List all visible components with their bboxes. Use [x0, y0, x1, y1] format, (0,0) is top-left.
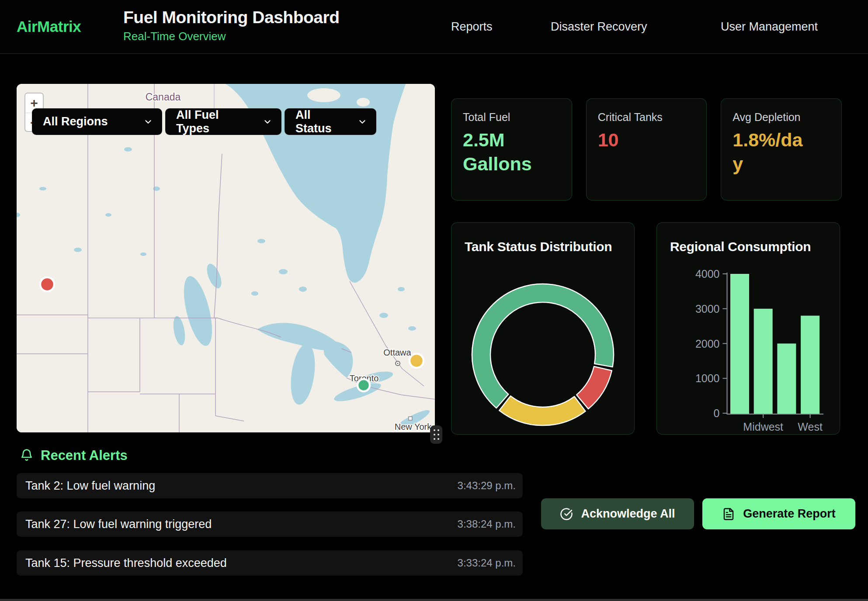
- stat-value: 2.5M Gallons: [463, 128, 539, 176]
- alert-message: Tank 15: Pressure threshold exceeded: [25, 556, 227, 570]
- bell-icon: [20, 448, 34, 463]
- stat-card-total-fuel: Total Fuel 2.5M Gallons: [451, 98, 572, 200]
- svg-text:2000: 2000: [695, 338, 720, 350]
- acknowledge-all-button[interactable]: Acknowledge All: [541, 498, 694, 529]
- chevron-down-icon: [263, 117, 272, 127]
- tank-status-donut-chart: [451, 223, 635, 435]
- svg-text:1000: 1000: [695, 372, 720, 384]
- tank-marker-normal[interactable]: [358, 379, 370, 391]
- alert-timestamp: 3:33:24 p.m.: [458, 557, 516, 569]
- stat-label: Avg Depletion: [733, 111, 830, 124]
- fuel-monitoring-dashboard: AirMatrix Fuel Monitoring Dashboard Real…: [0, 0, 868, 601]
- regions-dropdown-value: All Regions: [43, 115, 108, 128]
- status-dropdown[interactable]: All Status: [285, 108, 376, 135]
- fuel-types-dropdown[interactable]: All Fuel Types: [165, 108, 281, 135]
- app-logo: AirMatrix: [17, 18, 81, 35]
- stat-value: 1.8%/day: [733, 128, 809, 176]
- regional-consumption-card: Regional Consumption 01000200030004000Mi…: [656, 222, 840, 435]
- alert-message: Tank 2: Low fuel warning: [25, 479, 155, 493]
- page-title: Fuel Monitoring Dashboard: [123, 7, 339, 28]
- alert-row: Tank 27: Low fuel warning triggered 3:38…: [17, 511, 523, 537]
- bar-2: [777, 344, 796, 414]
- tank-marker-critical[interactable]: [40, 277, 54, 291]
- stat-label: Total Fuel: [463, 111, 560, 124]
- recent-alerts-section: Recent Alerts Tank 2: Low fuel warning 3…: [0, 435, 868, 601]
- alerts-heading-label: Recent Alerts: [41, 448, 128, 463]
- map-resize-handle[interactable]: [430, 425, 442, 444]
- regions-dropdown[interactable]: All Regions: [32, 108, 162, 135]
- stat-value: 10: [598, 128, 674, 152]
- title-block: Fuel Monitoring Dashboard Real-Time Over…: [123, 7, 339, 43]
- alert-timestamp: 3:43:29 p.m.: [458, 480, 516, 492]
- fuel-types-dropdown-value: All Fuel Types: [176, 108, 255, 135]
- acknowledge-all-label: Acknowledge All: [581, 507, 675, 521]
- alert-timestamp: 3:38:24 p.m.: [458, 518, 516, 530]
- generate-report-button[interactable]: Generate Report: [702, 498, 855, 529]
- stat-card-avg-depletion: Avg Depletion 1.8%/day: [721, 98, 842, 200]
- bar-3: [801, 316, 819, 414]
- tank-marker-warning[interactable]: [410, 354, 424, 368]
- alerts-heading: Recent Alerts: [20, 448, 128, 463]
- svg-text:3000: 3000: [695, 303, 720, 315]
- donut-segment-critical: [576, 366, 612, 409]
- map-label-canada: Canada: [146, 91, 181, 103]
- tank-status-distribution-card: Tank Status Distribution: [451, 222, 635, 435]
- nav-item-reports[interactable]: Reports: [451, 20, 493, 34]
- alert-message: Tank 27: Low fuel warning triggered: [25, 518, 212, 531]
- svg-text:0: 0: [714, 407, 720, 419]
- app-header: AirMatrix Fuel Monitoring Dashboard Real…: [0, 0, 868, 54]
- alert-row: Tank 15: Pressure threshold exceeded 3:3…: [17, 550, 523, 576]
- svg-text:Midwest: Midwest: [743, 421, 783, 433]
- page-subtitle: Real-Time Overview: [123, 30, 339, 43]
- donut-segment-warning: [499, 396, 585, 425]
- nav-item-user-management[interactable]: User Management: [721, 20, 818, 34]
- map-filter-bar: All Regions All Fuel Types All Status: [32, 108, 376, 135]
- svg-text:4000: 4000: [695, 268, 720, 280]
- chevron-down-icon: [358, 117, 367, 127]
- map-canvas[interactable]: Canada Ottawa Toronto New York: [17, 84, 435, 432]
- stats-row: Total Fuel 2.5M Gallons Critical Tanks 1…: [451, 98, 842, 200]
- bar-1: [754, 309, 773, 414]
- generate-report-label: Generate Report: [743, 507, 836, 521]
- fuel-tank-map[interactable]: Canada Ottawa Toronto New York + − All R…: [17, 84, 435, 432]
- horizontal-scrollbar[interactable]: [0, 599, 868, 601]
- map-label-ottawa: Ottawa: [383, 348, 411, 357]
- circle-check-icon: [560, 508, 573, 521]
- status-dropdown-value: All Status: [295, 108, 350, 135]
- stat-card-critical-tanks: Critical Tanks 10: [586, 98, 707, 200]
- svg-text:West: West: [798, 421, 823, 433]
- nav-item-disaster-recovery[interactable]: Disaster Recovery: [551, 20, 647, 34]
- chevron-down-icon: [143, 117, 153, 127]
- alert-row: Tank 2: Low fuel warning 3:43:29 p.m.: [17, 473, 523, 498]
- bar-0: [730, 274, 749, 414]
- stat-label: Critical Tanks: [598, 111, 695, 124]
- document-icon: [722, 508, 735, 521]
- regional-consumption-bar-chart: 01000200030004000MidwestWest: [657, 223, 840, 435]
- map-label-new-york: New York: [395, 422, 432, 432]
